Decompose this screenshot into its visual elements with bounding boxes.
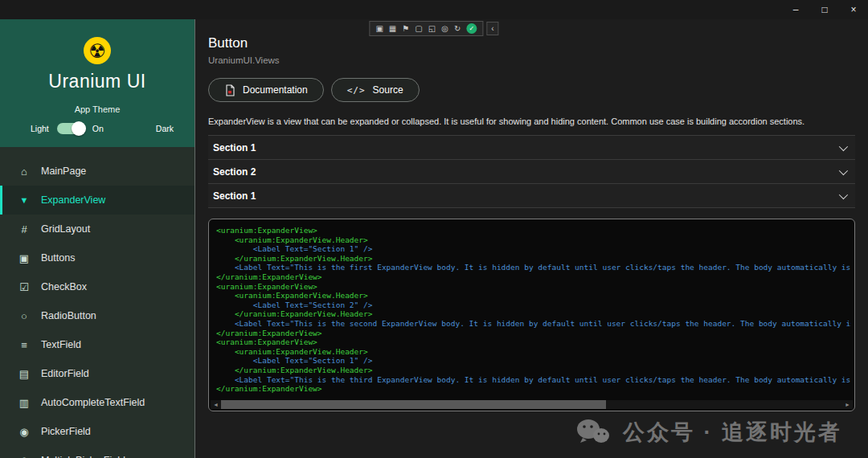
radio-button-icon: ○ [18, 310, 31, 322]
page-description: ExpanderView is a view that can be expan… [208, 117, 855, 136]
debug-toolbar-box: ▣ ▦ ⚑ ▢ ◱ ◎ ↻ ✓ [369, 21, 483, 36]
edit-window-icon[interactable]: ▣ [375, 24, 383, 34]
status-check-icon[interactable]: ✓ [466, 23, 477, 34]
flag-window-icon[interactable]: ⚑ [402, 24, 409, 34]
document-icon [224, 84, 235, 96]
collapse-toolbar-icon[interactable]: ‹ [486, 22, 498, 35]
picker-field-icon: ◉ [18, 426, 31, 438]
home-icon: ⌂ [18, 166, 31, 178]
sidebar-item[interactable]: ▥ AutoCompleteTextField [0, 388, 194, 417]
sidebar-item[interactable]: ○ RadioButton [0, 301, 194, 330]
inspect-icon[interactable]: ◎ [441, 24, 448, 34]
sidebar: ☢ Uranium UI App Theme Light On Dark ⌂ M… [0, 19, 195, 458]
sidebar-item[interactable]: ☑ CheckBox [0, 272, 194, 301]
sidebar-item-label: Buttons [41, 252, 75, 264]
scroll-left-arrow-icon[interactable]: ◄ [211, 400, 221, 409]
accordion-section-header[interactable]: Section 2 [208, 160, 855, 184]
resize-window-icon[interactable]: ◱ [428, 24, 436, 34]
grid-layout-icon: # [18, 223, 31, 235]
wechat-icon [575, 418, 612, 447]
chevron-down-icon [839, 190, 848, 198]
checkbox-icon: ☑ [18, 281, 31, 293]
code-lines: <uranium:ExpanderView> <uranium:Expander… [216, 226, 851, 394]
accordion-section-title: Section 1 [213, 190, 256, 202]
multiple-picker-field-icon: ◎ [18, 455, 31, 458]
sidebar-item[interactable]: ◎ MultiplePickerField [0, 446, 194, 458]
sidebar-item-label: EditorField [41, 368, 89, 379]
text-field-icon: ≡ [18, 339, 31, 351]
theme-toggle[interactable] [57, 123, 84, 134]
code-line: <Label Text="This is the second Expander… [216, 319, 851, 329]
sidebar-item[interactable]: ≡ TextField [0, 330, 194, 359]
code-line: <uranium:ExpanderView> [216, 226, 851, 235]
code-line: <uranium:ExpanderView.Header> [216, 235, 851, 245]
page-subtitle: UraniumUI.Views [208, 55, 855, 65]
app-title: Uranium UI [0, 71, 194, 92]
refresh-icon[interactable]: ↻ [454, 24, 461, 34]
code-line: </uranium:ExpanderView> [216, 272, 851, 282]
horizontal-scrollbar[interactable]: ◄ ► [211, 400, 853, 409]
code-line: <Label Text="Section 2" /> [216, 301, 851, 310]
watermark-text: 公众号 · 追逐时光者 [623, 418, 842, 447]
theme-toggle-knob[interactable] [72, 121, 86, 136]
buttons-icon: ▣ [18, 252, 31, 264]
sidebar-item-label: CheckBox [41, 281, 87, 292]
source-button[interactable]: </> Source [331, 78, 420, 102]
sidebar-item-label: MultiplePickerField [41, 455, 125, 458]
accordion-sections: Section 1 Section 2 Section 1 [208, 136, 855, 208]
theme-state-label: On [92, 124, 104, 133]
page-title: Button [208, 35, 855, 51]
scroll-right-arrow-icon[interactable]: ► [842, 400, 853, 409]
minimize-button[interactable]: – [781, 0, 810, 19]
editor-field-icon: ▤ [18, 368, 31, 380]
code-line: <Label Text="Section 1" /> [216, 356, 851, 366]
code-icon: </> [347, 85, 366, 96]
expander-icon: ▼ [18, 195, 31, 205]
theme-dark-label: Dark [156, 124, 174, 133]
window-titlebar: – □ × [0, 0, 868, 19]
radiation-logo-icon: ☢ [84, 37, 111, 64]
sidebar-item[interactable]: ◉ PickerField [0, 417, 194, 446]
sidebar-item-label: MainPage [41, 166, 86, 177]
sidebar-item[interactable]: ▣ Buttons [0, 243, 194, 272]
documentation-button[interactable]: Documentation [208, 78, 324, 102]
sidebar-item-label: TextField [41, 339, 81, 350]
code-line: <uranium:ExpanderView> [216, 282, 851, 292]
code-line: <uranium:ExpanderView.Header> [216, 291, 851, 301]
sidebar-item[interactable]: # GridLayout [0, 215, 194, 243]
code-line: </uranium:ExpanderView> [216, 384, 851, 394]
accordion-section-header[interactable]: Section 1 [208, 136, 855, 160]
sidebar-item-label: AutoCompleteTextField [41, 397, 145, 408]
window-controls: – □ × [781, 0, 868, 19]
cascade-windows-icon[interactable]: ▦ [389, 24, 396, 34]
maximize-button[interactable]: □ [810, 0, 839, 19]
frame-icon[interactable]: ▢ [415, 24, 422, 34]
close-button[interactable]: × [839, 0, 868, 19]
source-button-label: Source [373, 84, 403, 96]
sidebar-item[interactable]: ⌂ MainPage [0, 157, 194, 186]
code-line: <Label Text="Section 1" /> [216, 244, 851, 254]
scrollbar-track[interactable] [221, 400, 842, 409]
accordion-section-title: Section 2 [213, 166, 256, 178]
sidebar-item-label: RadioButton [41, 310, 96, 321]
sidebar-nav: ⌂ MainPage ▼ ExpanderView # GridLayout ▣… [0, 157, 194, 458]
code-sample-block: <uranium:ExpanderView> <uranium:Expander… [208, 219, 855, 411]
sidebar-item-label: PickerField [41, 426, 91, 437]
documentation-button-label: Documentation [243, 84, 308, 96]
code-line: </uranium:ExpanderView.Header> [216, 309, 851, 319]
sidebar-item-label: ExpanderView [41, 194, 105, 206]
code-line: <uranium:ExpanderView.Header> [216, 347, 851, 357]
accordion-section-header[interactable]: Section 1 [208, 184, 855, 208]
debug-toolbar: ▣ ▦ ⚑ ▢ ◱ ◎ ↻ ✓ ‹ [369, 21, 498, 36]
sidebar-item[interactable]: ▤ EditorField [0, 359, 194, 388]
app-theme-label: App Theme [0, 104, 194, 114]
code-line: </uranium:ExpanderView.Header> [216, 254, 851, 264]
watermark: 公众号 · 追逐时光者 [575, 418, 842, 447]
code-line: <uranium:ExpanderView> [216, 337, 851, 347]
code-line: </uranium:ExpanderView.Header> [216, 366, 851, 375]
sidebar-item[interactable]: ▼ ExpanderView [0, 186, 194, 215]
chevron-down-icon [839, 166, 848, 174]
scrollbar-thumb[interactable] [221, 400, 606, 409]
code-line: </uranium:ExpanderView> [216, 329, 851, 338]
main-content: Button UraniumUI.Views Documentation </>… [196, 19, 868, 458]
